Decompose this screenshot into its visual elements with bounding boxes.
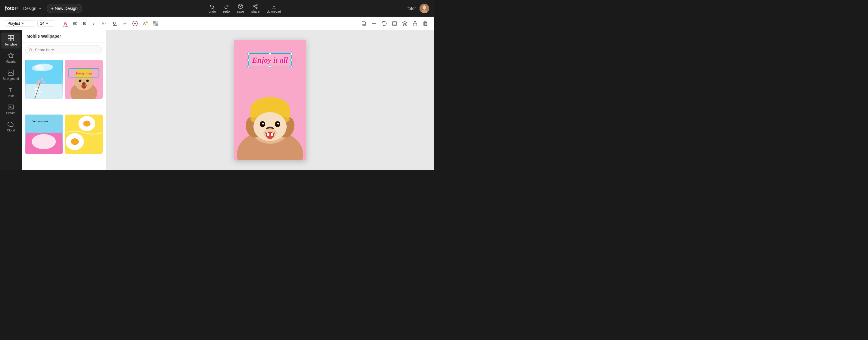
text-effect-button[interactable]: A xyxy=(141,20,149,27)
lock-button[interactable] xyxy=(411,20,419,27)
handle-bm[interactable] xyxy=(269,65,271,68)
sidebar-item-background[interactable]: Background xyxy=(1,67,21,83)
font-size-alt-button[interactable]: A A xyxy=(100,20,109,27)
sidebar-item-template[interactable]: Template xyxy=(1,33,21,49)
svg-point-44 xyxy=(42,81,45,84)
font-size-value: 14 xyxy=(40,21,44,26)
opacity-icon xyxy=(153,21,158,26)
redo-icon xyxy=(224,4,229,9)
svg-text:Don't overthink: Don't overthink xyxy=(32,120,49,123)
layers-button[interactable] xyxy=(401,20,409,27)
svg-rect-19 xyxy=(156,21,158,24)
sidebar-texts-label: Texts xyxy=(7,94,14,98)
user-avatar[interactable] xyxy=(420,4,429,13)
svg-point-53 xyxy=(79,80,82,82)
opacity-button[interactable] xyxy=(152,20,159,27)
template-2-preview: Enjoy it all xyxy=(65,60,103,99)
color-fill-button[interactable] xyxy=(131,20,139,27)
sidebar-material-label: Material xyxy=(5,60,16,63)
template-card-1[interactable]: Think it Want it Get it xyxy=(25,60,63,99)
svg-text:Want it: Want it xyxy=(35,91,42,93)
align-layer-button[interactable] xyxy=(370,20,378,27)
svg-point-2 xyxy=(253,5,255,7)
letter-spacing-icon: AV xyxy=(122,21,127,26)
handle-ml[interactable] xyxy=(247,59,250,61)
delete-button[interactable] xyxy=(421,20,429,27)
template-card-2[interactable]: Enjoy it all xyxy=(65,60,103,99)
svg-rect-26 xyxy=(8,36,10,38)
handle-mr[interactable] xyxy=(290,59,293,61)
bold-button[interactable]: B xyxy=(81,20,88,27)
download-button[interactable]: download xyxy=(267,4,281,13)
text-effect-icon: A xyxy=(143,21,148,26)
svg-point-61 xyxy=(32,134,56,149)
undo-label: undo xyxy=(209,10,216,13)
align-text-button[interactable] xyxy=(391,20,398,27)
fotor-logo[interactable]: f otor ® xyxy=(5,4,19,12)
download-label: download xyxy=(267,10,281,13)
svg-rect-27 xyxy=(11,36,13,38)
chevron-down-icon xyxy=(38,7,42,10)
template-card-4[interactable] xyxy=(65,115,103,154)
save-icon xyxy=(238,4,243,9)
text-element[interactable]: Enjoy it all xyxy=(248,53,292,67)
template-3-preview: Don't overthink xyxy=(25,115,63,154)
align-layer-icon xyxy=(371,21,377,26)
handle-tm[interactable] xyxy=(269,53,271,55)
svg-rect-29 xyxy=(11,38,13,41)
align-icon xyxy=(73,21,78,26)
svg-point-78 xyxy=(262,123,264,124)
undo-button[interactable]: undo xyxy=(209,4,216,13)
logo-text: f xyxy=(5,4,7,12)
duplicate-button[interactable] xyxy=(360,20,368,27)
search-box[interactable] xyxy=(25,45,102,54)
canvas-area[interactable]: Enjoy it all xyxy=(106,30,434,170)
font-size-selector[interactable]: 14 xyxy=(37,20,54,27)
font-family-selector[interactable]: Playlist xyxy=(5,20,35,27)
share-button[interactable]: share xyxy=(251,4,260,13)
sidebar-item-picture[interactable]: Picture xyxy=(1,101,21,117)
redo-label: redo xyxy=(223,10,230,13)
search-input[interactable] xyxy=(35,48,99,52)
svg-text:A: A xyxy=(104,22,106,25)
letter-spacing-button[interactable]: AV xyxy=(121,20,129,27)
svg-text:Think it: Think it xyxy=(35,88,42,90)
topbar-right: fotor xyxy=(407,4,429,13)
svg-point-0 xyxy=(239,4,243,8)
svg-rect-24 xyxy=(413,23,417,26)
redo-button[interactable]: redo xyxy=(223,4,230,13)
text-align-button[interactable] xyxy=(71,20,79,27)
new-design-label: + New Design xyxy=(51,6,78,11)
text-color-button[interactable]: A xyxy=(62,19,69,28)
font-name-value: Playlist xyxy=(7,21,20,26)
svg-point-65 xyxy=(83,121,90,127)
underline-button[interactable]: U xyxy=(111,20,119,27)
template-card-3[interactable]: Don't overthink xyxy=(25,115,63,154)
template-4-preview xyxy=(65,115,103,154)
new-design-button[interactable]: + New Design xyxy=(47,4,82,13)
dog-svg xyxy=(234,82,306,160)
sidebar-item-material[interactable]: Material xyxy=(1,50,21,66)
svg-rect-84 xyxy=(267,133,270,136)
save-button[interactable]: save xyxy=(237,4,244,13)
duplicate-icon xyxy=(361,21,367,26)
sidebar-item-cloud[interactable]: Cloud xyxy=(1,119,21,134)
design-dropdown[interactable]: Design xyxy=(23,6,42,11)
sidebar-item-texts[interactable]: T Texts xyxy=(1,84,21,100)
dog-container xyxy=(234,82,306,160)
design-canvas[interactable]: Enjoy it all xyxy=(234,40,306,160)
sidebar-background-label: Background xyxy=(3,77,19,81)
sidebar-template-label: Template xyxy=(5,43,17,46)
svg-point-43 xyxy=(36,82,38,85)
svg-text:U: U xyxy=(113,21,116,26)
italic-button[interactable]: I xyxy=(91,20,98,27)
font-size-alt-icon: A A xyxy=(101,21,107,26)
lock-icon xyxy=(412,21,418,26)
search-icon xyxy=(29,48,33,52)
svg-rect-28 xyxy=(8,38,10,41)
handle-bl[interactable] xyxy=(247,65,250,68)
svg-text:A: A xyxy=(101,22,104,26)
rotate-button[interactable] xyxy=(380,20,388,27)
svg-text:AV: AV xyxy=(123,22,127,25)
handle-tl[interactable] xyxy=(247,53,250,55)
